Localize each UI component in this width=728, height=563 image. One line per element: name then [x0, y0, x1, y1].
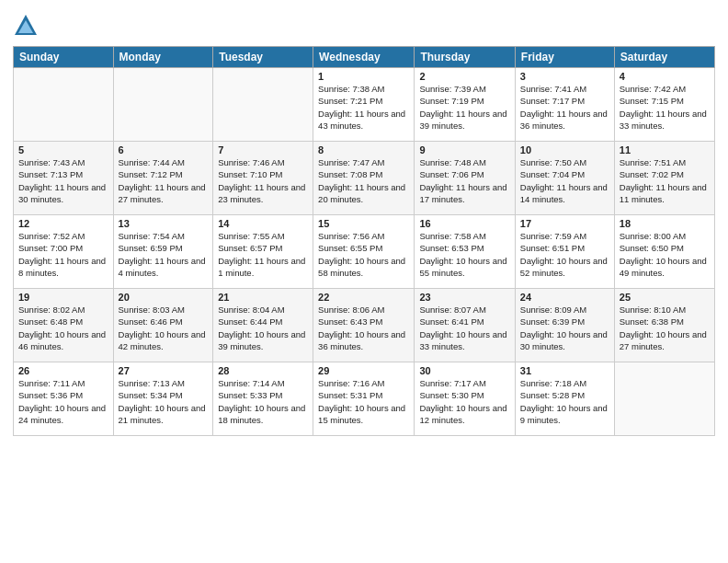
- day-header: Friday: [515, 47, 614, 68]
- day-number: 11: [620, 144, 710, 155]
- day-cell: 27Sunrise: 7:13 AMSunset: 5:34 PMDayligh…: [113, 362, 213, 436]
- day-info: Sunrise: 7:54 AMSunset: 6:59 PMDaylight:…: [119, 231, 206, 278]
- day-info: Sunrise: 8:10 AMSunset: 6:38 PMDaylight:…: [620, 304, 707, 351]
- day-cell: 5Sunrise: 7:43 AMSunset: 7:13 PMDaylight…: [14, 142, 114, 215]
- day-number: 4: [620, 71, 710, 82]
- day-cell: 3Sunrise: 7:41 AMSunset: 7:17 PMDaylight…: [515, 68, 614, 142]
- day-cell: 22Sunrise: 8:06 AMSunset: 6:43 PMDayligh…: [313, 289, 415, 362]
- calendar: SundayMondayTuesdayWednesdayThursdayFrid…: [13, 46, 715, 436]
- day-number: 22: [318, 292, 409, 303]
- logo: [13, 13, 42, 39]
- day-cell: 31Sunrise: 7:18 AMSunset: 5:28 PMDayligh…: [515, 362, 614, 436]
- day-cell: 25Sunrise: 8:10 AMSunset: 6:38 PMDayligh…: [614, 289, 714, 362]
- day-cell: 21Sunrise: 8:04 AMSunset: 6:44 PMDayligh…: [213, 289, 313, 362]
- day-cell: [213, 68, 313, 142]
- week-row: 5Sunrise: 7:43 AMSunset: 7:13 PMDaylight…: [14, 142, 715, 215]
- day-info: Sunrise: 7:43 AMSunset: 7:13 PMDaylight:…: [18, 157, 106, 204]
- day-cell: 12Sunrise: 7:52 AMSunset: 7:00 PMDayligh…: [14, 215, 114, 289]
- day-cell: 10Sunrise: 7:50 AMSunset: 7:04 PMDayligh…: [515, 142, 614, 215]
- day-info: Sunrise: 7:55 AMSunset: 6:57 PMDaylight:…: [218, 231, 305, 278]
- day-number: 28: [218, 365, 308, 376]
- header-row: SundayMondayTuesdayWednesdayThursdayFrid…: [14, 47, 715, 68]
- day-info: Sunrise: 7:11 AMSunset: 5:36 PMDaylight:…: [18, 378, 106, 425]
- day-number: 31: [520, 365, 609, 376]
- day-cell: 1Sunrise: 7:38 AMSunset: 7:21 PMDaylight…: [313, 68, 415, 142]
- day-info: Sunrise: 7:13 AMSunset: 5:34 PMDaylight:…: [119, 378, 206, 425]
- day-cell: 20Sunrise: 8:03 AMSunset: 6:46 PMDayligh…: [113, 289, 213, 362]
- day-info: Sunrise: 7:39 AMSunset: 7:19 PMDaylight:…: [419, 84, 506, 131]
- page: SundayMondayTuesdayWednesdayThursdayFrid…: [0, 0, 728, 563]
- day-info: Sunrise: 7:41 AMSunset: 7:17 PMDaylight:…: [520, 84, 608, 131]
- day-info: Sunrise: 7:58 AMSunset: 6:53 PMDaylight:…: [419, 231, 506, 278]
- day-cell: 2Sunrise: 7:39 AMSunset: 7:19 PMDaylight…: [415, 68, 515, 142]
- day-header: Thursday: [415, 47, 515, 68]
- day-info: Sunrise: 7:16 AMSunset: 5:31 PMDaylight:…: [318, 378, 405, 425]
- day-info: Sunrise: 7:52 AMSunset: 7:00 PMDaylight:…: [18, 231, 106, 278]
- day-cell: 4Sunrise: 7:42 AMSunset: 7:15 PMDaylight…: [614, 68, 714, 142]
- day-info: Sunrise: 7:17 AMSunset: 5:30 PMDaylight:…: [419, 378, 506, 425]
- day-info: Sunrise: 7:51 AMSunset: 7:02 PMDaylight:…: [620, 157, 707, 204]
- day-number: 30: [419, 365, 509, 376]
- day-cell: 11Sunrise: 7:51 AMSunset: 7:02 PMDayligh…: [614, 142, 714, 215]
- day-info: Sunrise: 7:50 AMSunset: 7:04 PMDaylight:…: [520, 157, 608, 204]
- day-header: Sunday: [14, 47, 114, 68]
- logo-icon: [13, 13, 39, 39]
- day-number: 9: [419, 144, 509, 155]
- header: [13, 9, 715, 39]
- day-header: Tuesday: [213, 47, 313, 68]
- day-number: 18: [620, 218, 710, 229]
- day-number: 29: [318, 365, 409, 376]
- day-number: 24: [520, 292, 609, 303]
- day-header: Saturday: [614, 47, 714, 68]
- day-number: 26: [18, 365, 108, 376]
- day-info: Sunrise: 7:47 AMSunset: 7:08 PMDaylight:…: [318, 157, 405, 204]
- day-cell: 7Sunrise: 7:46 AMSunset: 7:10 PMDaylight…: [213, 142, 313, 215]
- week-row: 1Sunrise: 7:38 AMSunset: 7:21 PMDaylight…: [14, 68, 715, 142]
- day-info: Sunrise: 8:00 AMSunset: 6:50 PMDaylight:…: [620, 231, 707, 278]
- day-cell: 14Sunrise: 7:55 AMSunset: 6:57 PMDayligh…: [213, 215, 313, 289]
- day-cell: [14, 68, 114, 142]
- day-number: 7: [218, 144, 308, 155]
- day-number: 20: [119, 292, 209, 303]
- day-number: 19: [18, 292, 108, 303]
- day-info: Sunrise: 7:44 AMSunset: 7:12 PMDaylight:…: [119, 157, 206, 204]
- day-number: 16: [419, 218, 509, 229]
- week-row: 12Sunrise: 7:52 AMSunset: 7:00 PMDayligh…: [14, 215, 715, 289]
- day-info: Sunrise: 8:02 AMSunset: 6:48 PMDaylight:…: [18, 304, 106, 351]
- day-cell: 26Sunrise: 7:11 AMSunset: 5:36 PMDayligh…: [14, 362, 114, 436]
- day-number: 3: [520, 71, 609, 82]
- day-number: 25: [620, 292, 710, 303]
- day-cell: 13Sunrise: 7:54 AMSunset: 6:59 PMDayligh…: [113, 215, 213, 289]
- day-cell: 23Sunrise: 8:07 AMSunset: 6:41 PMDayligh…: [415, 289, 515, 362]
- day-cell: 15Sunrise: 7:56 AMSunset: 6:55 PMDayligh…: [313, 215, 415, 289]
- day-info: Sunrise: 8:04 AMSunset: 6:44 PMDaylight:…: [218, 304, 305, 351]
- day-cell: 6Sunrise: 7:44 AMSunset: 7:12 PMDaylight…: [113, 142, 213, 215]
- day-number: 15: [318, 218, 409, 229]
- day-cell: 19Sunrise: 8:02 AMSunset: 6:48 PMDayligh…: [14, 289, 114, 362]
- day-info: Sunrise: 7:56 AMSunset: 6:55 PMDaylight:…: [318, 231, 405, 278]
- day-cell: 16Sunrise: 7:58 AMSunset: 6:53 PMDayligh…: [415, 215, 515, 289]
- day-number: 21: [218, 292, 308, 303]
- day-number: 12: [18, 218, 108, 229]
- day-cell: 29Sunrise: 7:16 AMSunset: 5:31 PMDayligh…: [313, 362, 415, 436]
- day-info: Sunrise: 8:03 AMSunset: 6:46 PMDaylight:…: [119, 304, 206, 351]
- day-number: 6: [119, 144, 209, 155]
- day-cell: 8Sunrise: 7:47 AMSunset: 7:08 PMDaylight…: [313, 142, 415, 215]
- day-number: 17: [520, 218, 609, 229]
- day-info: Sunrise: 7:18 AMSunset: 5:28 PMDaylight:…: [520, 378, 608, 425]
- day-header: Wednesday: [313, 47, 415, 68]
- day-cell: [614, 362, 714, 436]
- day-cell: [113, 68, 213, 142]
- day-info: Sunrise: 7:59 AMSunset: 6:51 PMDaylight:…: [520, 231, 608, 278]
- day-info: Sunrise: 8:06 AMSunset: 6:43 PMDaylight:…: [318, 304, 405, 351]
- day-number: 2: [419, 71, 509, 82]
- day-number: 10: [520, 144, 609, 155]
- day-number: 14: [218, 218, 308, 229]
- day-info: Sunrise: 8:09 AMSunset: 6:39 PMDaylight:…: [520, 304, 608, 351]
- day-cell: 30Sunrise: 7:17 AMSunset: 5:30 PMDayligh…: [415, 362, 515, 436]
- day-info: Sunrise: 7:48 AMSunset: 7:06 PMDaylight:…: [419, 157, 506, 204]
- day-number: 23: [419, 292, 509, 303]
- day-cell: 28Sunrise: 7:14 AMSunset: 5:33 PMDayligh…: [213, 362, 313, 436]
- day-number: 8: [318, 144, 409, 155]
- day-cell: 24Sunrise: 8:09 AMSunset: 6:39 PMDayligh…: [515, 289, 614, 362]
